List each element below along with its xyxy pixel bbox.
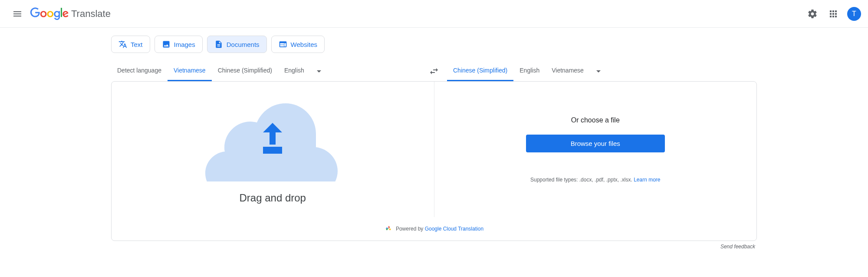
mode-documents[interactable]: Documents — [207, 36, 267, 53]
app-title: Translate — [71, 8, 111, 20]
file-types-text: Supported file types: .docx, .pdf, .pptx… — [530, 177, 661, 183]
mode-images-label: Images — [174, 41, 195, 48]
mode-text-label: Text — [131, 41, 143, 48]
chevron-down-icon — [314, 66, 324, 76]
mode-text[interactable]: Text — [111, 36, 150, 53]
powered-by: Powered by Google Cloud Translation — [112, 217, 756, 241]
swap-languages-button[interactable] — [425, 63, 443, 80]
cloud-upload-icon — [201, 95, 344, 181]
website-icon — [279, 40, 287, 49]
choose-title: Or choose a file — [571, 116, 620, 124]
source-lang-dropdown[interactable] — [310, 63, 328, 80]
source-lang-chinese[interactable]: Chinese (Simplified) — [212, 61, 278, 81]
mode-documents-label: Documents — [227, 41, 260, 48]
swap-icon — [429, 66, 439, 76]
browse-files-button[interactable]: Browse your files — [526, 135, 665, 152]
avatar-initial: T — [852, 10, 856, 18]
file-types-prefix: Supported file types: .docx, .pdf, .pptx… — [530, 177, 634, 183]
drop-zone[interactable]: Drag and drop — [112, 82, 434, 217]
google-logo-icon — [30, 7, 69, 20]
gear-icon — [807, 9, 818, 19]
choose-zone: Or choose a file Browse your files Suppo… — [434, 82, 757, 217]
source-lang-english[interactable]: English — [278, 61, 310, 81]
source-lang-detect[interactable]: Detect language — [111, 61, 168, 81]
document-icon — [214, 40, 223, 49]
image-icon — [162, 40, 171, 49]
powered-link[interactable]: Google Cloud Translation — [425, 226, 483, 232]
menu-icon — [12, 9, 23, 19]
mode-websites-label: Websites — [291, 41, 317, 48]
target-lang-chinese[interactable]: Chinese (Simplified) — [447, 61, 513, 81]
drop-text: Drag and drop — [240, 192, 306, 204]
target-lang-vietnamese[interactable]: Vietnamese — [546, 61, 590, 81]
target-lang-dropdown[interactable] — [590, 63, 607, 80]
send-feedback-link[interactable]: Send feedback — [111, 241, 757, 252]
translate-icon — [118, 40, 127, 49]
google-cloud-icon — [385, 225, 392, 233]
mode-websites[interactable]: Websites — [271, 36, 325, 53]
svg-rect-2 — [263, 150, 282, 154]
account-avatar[interactable]: T — [847, 7, 861, 21]
powered-prefix: Powered by — [396, 226, 425, 232]
apps-icon — [828, 9, 838, 19]
apps-button[interactable] — [823, 3, 844, 24]
target-lang-english[interactable]: English — [513, 61, 546, 81]
mode-images[interactable]: Images — [155, 36, 203, 53]
upload-card: Drag and drop Or choose a file Browse yo… — [111, 81, 757, 241]
logo[interactable]: Translate — [30, 7, 111, 20]
source-lang-vietnamese[interactable]: Vietnamese — [168, 61, 212, 81]
learn-more-link[interactable]: Learn more — [634, 177, 660, 183]
menu-button[interactable] — [7, 3, 28, 24]
chevron-down-icon — [593, 66, 604, 76]
settings-button[interactable] — [802, 3, 823, 24]
